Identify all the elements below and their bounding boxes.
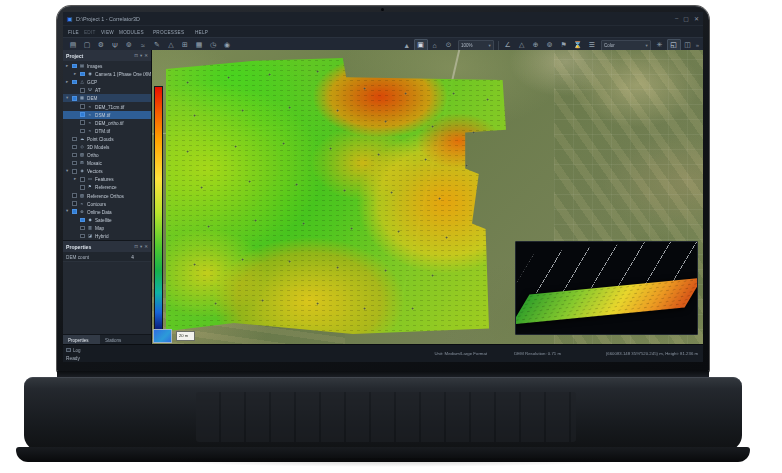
antenna-icon: Ψ xyxy=(87,88,91,92)
expander-icon[interactable]: ▸ xyxy=(66,64,70,69)
tree-item[interactable]: ≈DEM_71cm.tif xyxy=(63,102,151,110)
tree-item[interactable]: ▾◈Vectors xyxy=(63,167,151,175)
status-dem-resolution: DEM Resolution: 0.71 m xyxy=(514,351,561,355)
elevation-colorbar xyxy=(154,86,163,330)
tree-item-label: Mosaic xyxy=(87,161,102,166)
visibility-checkbox[interactable] xyxy=(80,72,85,77)
tree-item-label: DTM.tif xyxy=(95,128,110,133)
minimize-button[interactable]: – xyxy=(675,15,678,22)
close-button[interactable]: ✕ xyxy=(694,15,699,22)
tree-item[interactable]: ≈DSM.tif xyxy=(63,111,151,119)
zoom-level-dropdown[interactable]: 100% ▾ xyxy=(458,40,494,51)
visibility-checkbox[interactable] xyxy=(80,218,85,223)
tree-item[interactable]: ▥Map xyxy=(63,224,151,232)
log-checkbox[interactable] xyxy=(66,348,71,353)
expander-icon[interactable]: ▾ xyxy=(66,169,70,174)
property-value: 4 xyxy=(131,254,134,259)
tree-item[interactable]: ≈DEM_ortho.tif xyxy=(63,119,151,127)
visibility-checkbox[interactable] xyxy=(72,80,77,85)
tree-item-label: Vectors xyxy=(87,169,103,174)
visibility-checkbox[interactable] xyxy=(80,120,85,125)
visibility-checkbox[interactable] xyxy=(80,88,85,93)
project-panel-header-icons: ⊡ ▾ ✕ xyxy=(134,53,148,58)
display-mode-dropdown[interactable]: Color ▾ xyxy=(601,40,651,51)
vectors-icon: ◈ xyxy=(79,169,83,173)
titlebar: ▣ D:\Project 1 - Correlator3D – ▢ ✕ xyxy=(63,12,703,25)
visibility-checkbox[interactable] xyxy=(72,153,77,158)
log-panel-toggle[interactable]: Log xyxy=(66,347,83,353)
visibility-checkbox[interactable] xyxy=(80,185,85,190)
visibility-checkbox[interactable] xyxy=(72,137,77,142)
tree-item-label: 3D Models xyxy=(87,145,109,150)
expander-icon[interactable]: ▾ xyxy=(66,96,70,101)
tree-item[interactable]: ▧Ortho xyxy=(63,151,151,159)
tree-item[interactable]: ▸▭Features xyxy=(63,175,151,183)
expander-icon[interactable]: ▸ xyxy=(74,177,78,182)
visibility-checkbox[interactable] xyxy=(72,161,77,166)
visibility-checkbox[interactable] xyxy=(72,64,77,69)
tree-item[interactable]: ◇3D Models xyxy=(63,143,151,151)
tree-item[interactable]: ◪Hybrid xyxy=(63,232,151,240)
tree-item[interactable]: ▧Reference Orthos xyxy=(63,192,151,200)
map-viewport[interactable]: ++++++++++++++++++++++++++++++++++++++++… xyxy=(152,50,703,345)
close-icon[interactable]: ✕ xyxy=(144,53,148,58)
tree-item[interactable]: ☁Point Clouds xyxy=(63,135,151,143)
window-title: D:\Project 1 - Correlator3D xyxy=(76,16,140,21)
tree-item[interactable]: ▾⊕Online Data xyxy=(63,208,151,216)
dock-icon[interactable]: ⊡ xyxy=(134,244,138,249)
visibility-checkbox[interactable] xyxy=(80,177,85,182)
visibility-checkbox[interactable] xyxy=(80,112,85,117)
tree-item[interactable]: ⊞Mosaic xyxy=(63,159,151,167)
menu-processes[interactable]: PROCESSES xyxy=(153,29,184,34)
visibility-checkbox[interactable] xyxy=(80,226,85,231)
expander-icon[interactable]: ▸ xyxy=(66,80,70,85)
visibility-checkbox[interactable] xyxy=(80,234,85,239)
tree-item[interactable]: ⚑Reference xyxy=(63,183,151,191)
tree-item-label: Reference Orthos xyxy=(87,193,124,198)
tree-item[interactable]: ≈DTM.tif xyxy=(63,127,151,135)
laptop-deck xyxy=(24,377,742,451)
dock-icon[interactable]: ⊡ xyxy=(134,53,138,58)
tree-item[interactable]: ΨAT xyxy=(63,86,151,94)
maximize-button[interactable]: ▢ xyxy=(683,15,689,22)
tree-item-label: Features xyxy=(95,177,113,182)
menu-bar: FILEEDITVIEWMODULESPROCESSESHELP xyxy=(63,25,703,37)
expander-icon[interactable]: ▸ xyxy=(74,72,78,77)
menu-help[interactable]: HELP xyxy=(195,29,208,34)
tree-item[interactable]: ▾▦DEM xyxy=(63,94,151,102)
visibility-checkbox[interactable] xyxy=(72,169,77,174)
3d-preview-inset[interactable] xyxy=(515,241,698,335)
page: ▣ D:\Project 1 - Correlator3D – ▢ ✕ FILE… xyxy=(0,0,782,473)
visibility-checkbox[interactable] xyxy=(72,193,77,198)
tree-item[interactable]: ◆Satellite xyxy=(63,216,151,224)
project-panel-title: Project xyxy=(66,53,83,58)
map-icon: ▥ xyxy=(87,226,91,230)
visibility-checkbox[interactable] xyxy=(80,104,85,109)
tree-item[interactable]: ≈Contours xyxy=(63,200,151,208)
laptop-shadow xyxy=(44,458,734,470)
tree-item[interactable]: ▸◉Camera 1 (Phase One iXM) xyxy=(63,70,151,78)
reference-orthos-icon: ▧ xyxy=(79,193,83,197)
visibility-checkbox[interactable] xyxy=(72,201,77,206)
webcam-icon xyxy=(381,8,384,11)
visibility-checkbox[interactable] xyxy=(72,209,77,214)
visibility-checkbox[interactable] xyxy=(80,129,85,134)
toolbar-overflow-icon[interactable]: » xyxy=(696,42,699,48)
raster-icon: ≈ xyxy=(87,104,91,108)
expander-icon[interactable]: ▾ xyxy=(66,209,70,214)
status-ready: Ready xyxy=(66,356,80,361)
visibility-checkbox[interactable] xyxy=(72,96,77,101)
raster-icon: ≈ xyxy=(87,113,91,117)
menu-view[interactable]: VIEW xyxy=(101,29,114,34)
menu-file[interactable]: FILE xyxy=(68,29,79,34)
visibility-checkbox[interactable] xyxy=(72,145,77,150)
tree-item[interactable]: ▸△GCP xyxy=(63,78,151,86)
minimap-thumbnail[interactable] xyxy=(153,329,172,343)
collapse-icon[interactable]: ▾ xyxy=(140,53,142,58)
menu-modules[interactable]: MODULES xyxy=(119,29,144,34)
online-data-icon: ⊕ xyxy=(79,210,83,214)
tree-item[interactable]: ▸▤Images xyxy=(63,62,151,70)
collapse-icon[interactable]: ▾ xyxy=(140,244,142,249)
menu-edit[interactable]: EDIT xyxy=(84,29,96,34)
close-icon[interactable]: ✕ xyxy=(144,244,148,249)
